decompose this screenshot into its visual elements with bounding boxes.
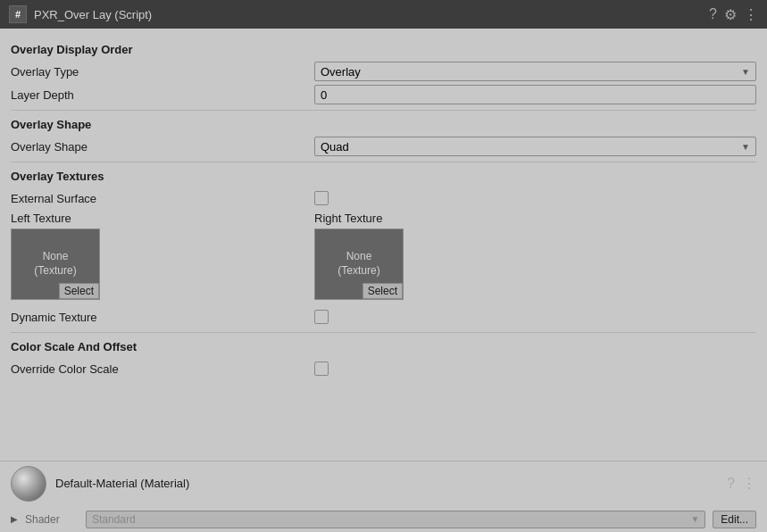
dynamic-texture-value (314, 310, 756, 324)
external-surface-label: External Surface (11, 192, 314, 205)
layer-depth-input[interactable] (314, 85, 756, 104)
overlay-type-row: Overlay Type Overlay ▼ (11, 62, 756, 81)
external-surface-row: External Surface (11, 188, 756, 208)
dynamic-texture-row: Dynamic Texture (11, 307, 756, 327)
section-overlay-display-order: Overlay Display Order Overlay Type Overl… (11, 43, 756, 104)
shader-dropdown[interactable]: Standard ▼ (86, 511, 705, 528)
bottom-panel: Default-Material (Material) ? ⋮ ▶ Shader… (0, 461, 767, 532)
menu-icon[interactable]: ⋮ (744, 6, 758, 23)
left-texture-group: Left Texture None(Texture) Select (11, 212, 100, 300)
layer-depth-value (314, 85, 756, 104)
window-title: PXR_Over Lay (Script) (34, 8, 702, 21)
external-surface-value (314, 191, 756, 205)
layer-depth-row: Layer Depth (11, 85, 756, 104)
override-color-scale-value (314, 362, 756, 376)
main-content: Overlay Display Order Overlay Type Overl… (0, 29, 767, 461)
overlay-shape-dropdown[interactable]: Quad ▼ (314, 137, 756, 156)
section-header-overlay-shape: Overlay Shape (11, 118, 756, 131)
section-overlay-shape: Overlay Shape Overlay Shape Quad ▼ (11, 118, 756, 156)
arrow-icon: ▶ (11, 514, 18, 524)
override-color-scale-label: Override Color Scale (11, 362, 314, 376)
material-actions: ? ⋮ (727, 475, 756, 492)
left-texture-select-button[interactable]: Select (59, 283, 99, 299)
right-texture-select-button[interactable]: Select (363, 283, 403, 299)
dynamic-texture-label: Dynamic Texture (11, 311, 314, 324)
section-color-scale: Color Scale And Offset Override Color Sc… (11, 340, 756, 378)
left-texture-box: None(Texture) Select (11, 229, 100, 300)
shader-value: Standard (92, 513, 136, 526)
section-header-overlay-display-order: Overlay Display Order (11, 43, 756, 56)
shader-row: ▶ Shader Standard ▼ Edit... (11, 511, 756, 528)
shader-label: Shader (25, 513, 79, 526)
divider-1 (11, 110, 756, 111)
overlay-shape-arrow: ▼ (741, 142, 750, 152)
material-sphere (11, 466, 46, 502)
section-header-color-scale: Color Scale And Offset (11, 340, 756, 353)
right-texture-label: Right Texture (314, 212, 404, 225)
shader-dropdown-arrow: ▼ (690, 514, 699, 524)
right-texture-group: Right Texture None(Texture) Select (314, 212, 404, 300)
material-name: Default-Material (Material) (55, 477, 718, 490)
overlay-shape-row: Overlay Shape Quad ▼ (11, 137, 756, 156)
override-color-scale-row: Override Color Scale (11, 359, 756, 378)
main-window: # PXR_Over Lay (Script) ? ⚙ ⋮ Overlay Di… (0, 0, 767, 532)
material-menu-icon[interactable]: ⋮ (742, 475, 756, 492)
overlay-type-arrow: ▼ (741, 67, 750, 77)
divider-3 (11, 332, 756, 333)
material-help-icon[interactable]: ? (727, 476, 735, 492)
edit-button[interactable]: Edit... (713, 511, 756, 528)
overlay-type-dropdown[interactable]: Overlay ▼ (314, 62, 756, 81)
divider-2 (11, 162, 756, 162)
overlay-type-value: Overlay ▼ (314, 62, 756, 81)
external-surface-checkbox[interactable] (314, 191, 329, 205)
script-icon: # (9, 5, 27, 23)
left-texture-label: Left Texture (11, 212, 100, 225)
overlay-type-label: Overlay Type (11, 65, 314, 79)
section-header-overlay-textures: Overlay Textures (11, 170, 756, 183)
right-texture-box-label: None(Texture) (338, 250, 379, 278)
help-icon[interactable]: ? (709, 6, 717, 22)
overlay-shape-label: Overlay Shape (11, 140, 314, 154)
override-color-scale-checkbox[interactable] (314, 362, 329, 376)
title-bar-actions: ? ⚙ ⋮ (709, 6, 758, 23)
left-texture-box-label: None(Texture) (34, 250, 76, 278)
texture-row: Left Texture None(Texture) Select Right … (11, 212, 756, 300)
settings-icon[interactable]: ⚙ (724, 6, 737, 23)
section-overlay-textures: Overlay Textures External Surface Left T… (11, 170, 756, 327)
overlay-shape-value: Quad ▼ (314, 137, 756, 156)
layer-depth-label: Layer Depth (11, 88, 314, 102)
right-texture-box: None(Texture) Select (314, 229, 404, 300)
material-row: Default-Material (Material) ? ⋮ (11, 466, 756, 502)
dynamic-texture-checkbox[interactable] (314, 310, 329, 324)
title-bar: # PXR_Over Lay (Script) ? ⚙ ⋮ (0, 0, 767, 29)
